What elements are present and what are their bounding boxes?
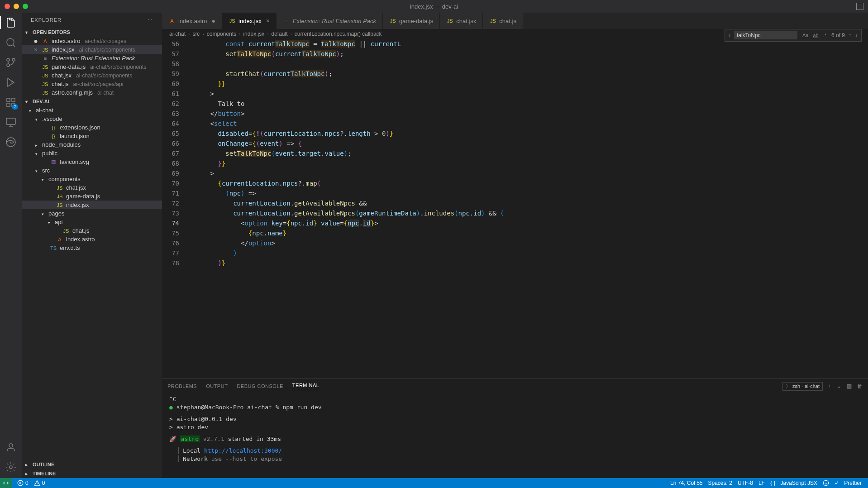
remote-explorer-icon[interactable] (5, 116, 17, 129)
folder-item[interactable]: .vscode (22, 115, 162, 123)
open-editor-item[interactable]: ×JSgame-data.jsai-chat/src/components (22, 62, 162, 71)
status-encoding[interactable]: UTF-8 (735, 480, 756, 486)
whole-word-icon[interactable]: ab (811, 32, 820, 38)
extensions-icon[interactable]: 7 (5, 96, 17, 109)
folder-item[interactable]: ai-chat (22, 106, 162, 115)
file-item[interactable]: JSchat.jsx (22, 183, 162, 192)
edge-icon[interactable] (5, 136, 17, 148)
status-prettier[interactable]: ✓ Prettier (832, 480, 864, 486)
open-editor-item[interactable]: ×JSindex.jsxai-chat/src/components (22, 45, 162, 54)
file-item[interactable]: JSchat.js (22, 226, 162, 235)
source-control-icon[interactable] (5, 56, 17, 69)
svg-point-9 (6, 138, 15, 147)
svg-point-1 (12, 58, 15, 61)
match-case-icon[interactable]: Aa (801, 32, 810, 38)
status-warnings[interactable]: 0 (31, 480, 48, 486)
run-debug-icon[interactable] (5, 76, 17, 89)
window-minimize-icon[interactable] (14, 4, 19, 9)
regex-icon[interactable]: .* (822, 32, 828, 38)
window-maximize-icon[interactable] (23, 4, 28, 9)
explorer-title: EXPLORER (31, 17, 62, 23)
status-lang[interactable]: { } JavaScript JSX (768, 480, 820, 486)
split-terminal-icon[interactable]: ▥ (847, 383, 852, 389)
file-item[interactable]: JSgame-data.js (22, 192, 162, 201)
remote-button[interactable] (0, 478, 12, 488)
folder-item[interactable]: src (22, 166, 162, 175)
layout-toggle-icon[interactable] (856, 3, 863, 10)
kill-terminal-icon[interactable]: 🗑 (857, 383, 863, 389)
file-item[interactable]: ▧favicon.svg (22, 158, 162, 166)
code-editor[interactable]: 5657585960616263646566676869707172737475… (162, 39, 868, 378)
file-item[interactable]: TSenv.d.ts (22, 244, 162, 252)
search-icon[interactable] (5, 36, 17, 49)
panel-tab[interactable]: DEBUG CONSOLE (237, 383, 283, 389)
file-item[interactable]: {}launch.json (22, 132, 162, 140)
open-editors-header[interactable]: ▾ OPEN EDITORS (22, 28, 162, 37)
new-terminal-icon[interactable]: + (828, 383, 831, 389)
extensions-badge: 7 (12, 104, 18, 110)
breadcrumb-item[interactable]: index.jsx (243, 31, 264, 37)
statusbar: 0 0 Ln 74, Col 55 Spaces: 2 UTF-8 LF { }… (0, 478, 868, 488)
breadcrumb-item[interactable]: currentLocation.npcs.map() callback (295, 31, 382, 37)
folder-item[interactable]: pages (22, 209, 162, 218)
terminal-select[interactable]: 〉zsh - ai-chat (782, 382, 823, 391)
folder-item[interactable]: api (22, 218, 162, 226)
find-expand-icon[interactable]: › (729, 32, 730, 38)
svg-rect-4 (7, 98, 10, 101)
outline-header[interactable]: ▸ OUTLINE (22, 460, 162, 469)
panel-tab[interactable]: OUTPUT (206, 383, 228, 389)
explorer-more-icon[interactable]: ⋯ (148, 17, 153, 23)
titlebar: index.jsx — dev-ai (0, 0, 868, 13)
svg-rect-8 (6, 118, 15, 124)
panel-tab[interactable]: PROBLEMS (167, 383, 197, 389)
explorer-icon[interactable] (5, 16, 17, 29)
folder-item[interactable]: public (22, 149, 162, 158)
panel-tab[interactable]: TERMINAL (292, 383, 320, 390)
status-eol[interactable]: LF (756, 480, 768, 486)
open-editor-item[interactable]: ×JSastro.config.mjsai-chat (22, 88, 162, 97)
open-editor-item[interactable]: ×JSchat.jsai-chat/src/pages/api (22, 80, 162, 88)
status-errors[interactable]: 0 (14, 480, 31, 486)
open-editor-item[interactable]: ●Aindex.astroai-chat/src/pages (22, 37, 162, 45)
find-next-icon[interactable]: ↓ (855, 32, 858, 38)
settings-icon[interactable] (5, 461, 17, 474)
breadcrumb-item[interactable]: src (192, 31, 200, 37)
breadcrumb-item[interactable]: components (207, 31, 236, 37)
project-header[interactable]: ▾ DEV-AI (22, 97, 162, 106)
status-spaces[interactable]: Spaces: 2 (706, 480, 735, 486)
svg-point-3 (7, 58, 10, 61)
file-item[interactable]: {}extensions.json (22, 123, 162, 132)
svg-point-10 (9, 444, 13, 447)
file-item[interactable]: JSindex.jsx (22, 201, 162, 209)
terminal-dropdown-icon[interactable]: ⌄ (837, 383, 841, 389)
status-position[interactable]: Ln 74, Col 55 (668, 480, 705, 486)
find-input[interactable] (734, 31, 797, 39)
folder-item[interactable]: node_modules (22, 140, 162, 149)
open-editor-item[interactable]: ×JSchat.jsxai-chat/src/components (22, 71, 162, 80)
breadcrumb[interactable]: ai-chat›src›components›index.jsx›default… (162, 29, 868, 39)
terminal[interactable]: ^C ● stephan@MacBook-Pro ai-chat % npm r… (162, 393, 868, 478)
status-feedback-icon[interactable] (820, 480, 832, 486)
activity-bar: 7 (0, 13, 22, 478)
window-close-icon[interactable] (5, 4, 10, 9)
folder-item[interactable]: components (22, 175, 162, 183)
svg-point-2 (7, 64, 10, 67)
editor-tab[interactable]: JSgame-data.js (383, 13, 440, 29)
editor-tab[interactable]: Aindex.astro● (162, 13, 222, 29)
sidebar: EXPLORER ⋯ ▾ OPEN EDITORS ●Aindex.astroa… (22, 13, 162, 478)
open-editor-item[interactable]: ×≡Extension: Rust Extension Pack (22, 54, 162, 62)
timeline-header[interactable]: ▸ TIMELINE (22, 469, 162, 478)
breadcrumb-item[interactable]: default (271, 31, 287, 37)
editor-tabs: Aindex.astro●JSindex.jsx×≡Extension: Rus… (162, 13, 868, 29)
editor-tab[interactable]: JSindex.jsx× (222, 13, 277, 29)
window-title: index.jsx — dev-ai (410, 3, 458, 10)
editor-tab[interactable]: JSchat.js (483, 13, 523, 29)
find-prev-icon[interactable]: ↑ (849, 32, 851, 38)
svg-point-0 (7, 38, 14, 46)
breadcrumb-item[interactable]: ai-chat (169, 31, 186, 37)
accounts-icon[interactable] (5, 441, 17, 454)
editor-tab[interactable]: ≡Extension: Rust Extension Pack (277, 13, 383, 29)
editor-tab[interactable]: JSchat.jsx (440, 13, 483, 29)
file-item[interactable]: Aindex.astro (22, 235, 162, 244)
svg-point-13 (823, 480, 829, 486)
